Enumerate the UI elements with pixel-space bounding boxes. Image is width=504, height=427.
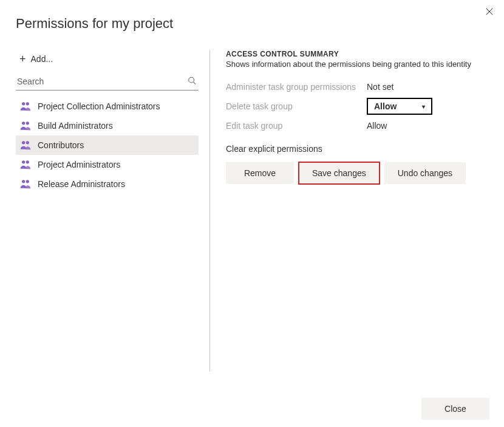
svg-point-6 (22, 121, 25, 125)
svg-point-8 (22, 141, 25, 144)
svg-point-13 (26, 180, 29, 183)
acs-description: Shows information about the permissions … (226, 60, 488, 69)
identity-label: Release Administrators (38, 179, 125, 189)
chevron-down-icon: ▾ (422, 103, 425, 110)
group-icon (19, 139, 32, 151)
undo-changes-button[interactable]: Undo changes (384, 162, 466, 184)
svg-line-3 (194, 82, 196, 84)
permission-select[interactable]: Allow▾ (367, 98, 432, 115)
identity-item[interactable]: Project Collection Administrators (16, 97, 199, 116)
permission-label: Delete task group (226, 101, 367, 111)
svg-point-5 (26, 102, 29, 105)
identity-label: Build Administrators (38, 121, 113, 131)
svg-point-2 (189, 77, 194, 83)
acs-title: ACCESS CONTROL SUMMARY (226, 50, 488, 58)
svg-point-12 (22, 180, 25, 183)
identity-label: Project Administrators (38, 160, 120, 169)
svg-point-7 (26, 121, 29, 125)
permission-label: Administer task group permissions (226, 82, 367, 92)
permission-row: Delete task groupAllow▾ (226, 98, 488, 115)
dialog-title: Permissions for my project (0, 0, 504, 32)
plus-icon: + (19, 53, 26, 64)
svg-point-9 (26, 141, 29, 144)
group-icon (19, 159, 32, 171)
permission-value: Not set (367, 82, 393, 92)
group-icon (19, 100, 32, 112)
permission-value: Allow (374, 101, 397, 111)
svg-point-11 (26, 160, 29, 163)
permissions-list: Administer task group permissionsNot set… (226, 82, 488, 131)
dialog-close-button[interactable] (483, 6, 495, 18)
identity-item[interactable]: Release Administrators (16, 174, 199, 194)
group-icon (19, 120, 32, 132)
identity-list: Project Collection AdministratorsBuild A… (16, 97, 199, 194)
group-icon (19, 178, 32, 190)
identity-item[interactable]: Contributors (16, 135, 199, 155)
add-identity-button[interactable]: + Add... (16, 50, 199, 73)
permission-row: Administer task group permissionsNot set (226, 82, 488, 92)
permission-value: Allow (367, 121, 387, 131)
svg-point-10 (22, 160, 25, 163)
identity-label: Contributors (38, 140, 84, 150)
permission-label: Edit task group (226, 121, 367, 131)
remove-button[interactable]: Remove (226, 162, 294, 184)
add-label: Add... (31, 54, 53, 64)
identity-item[interactable]: Build Administrators (16, 116, 199, 135)
clear-explicit-heading: Clear explicit permissions (226, 144, 488, 154)
svg-point-4 (22, 102, 25, 105)
identity-label: Project Collection Administrators (38, 101, 160, 111)
close-button[interactable]: Close (421, 398, 489, 420)
identity-item[interactable]: Project Administrators (16, 155, 199, 174)
search-input[interactable] (16, 73, 199, 90)
close-icon (485, 7, 494, 18)
save-changes-button[interactable]: Save changes (299, 162, 380, 184)
permission-row: Edit task groupAllow (226, 121, 488, 131)
search-icon (188, 77, 196, 87)
